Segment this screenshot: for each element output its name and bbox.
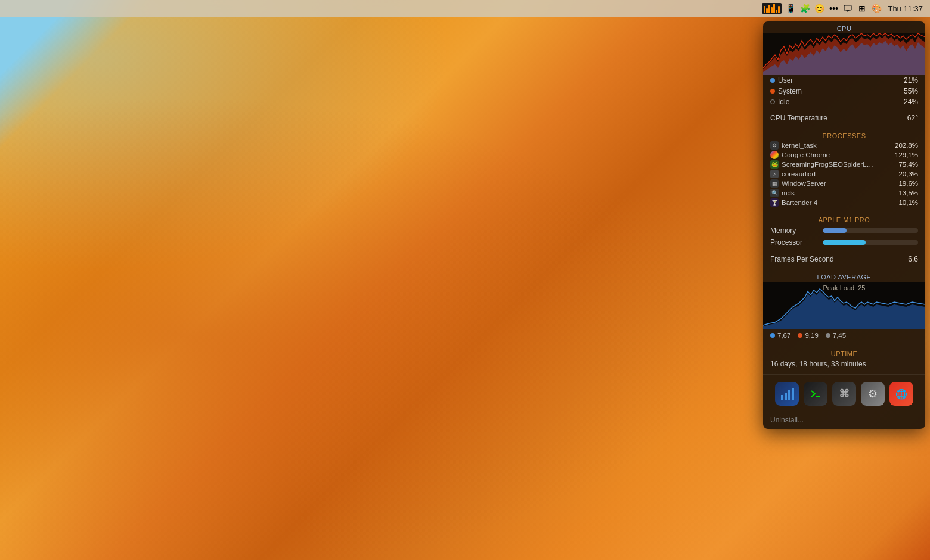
svg-rect-5 xyxy=(785,393,787,400)
temp-row: CPU Temperature 62° xyxy=(763,113,925,123)
audio-icon: ♪ xyxy=(770,170,779,178)
uninstall-row[interactable]: Uninstall... xyxy=(763,415,925,429)
cpu-bar-1 xyxy=(764,6,765,13)
svg-rect-4 xyxy=(781,395,783,400)
dots-icon[interactable]: ••• xyxy=(828,3,839,14)
process-row: 🍸 Bartender 4 10,1% xyxy=(763,198,925,207)
processor-label: Processor xyxy=(770,238,818,247)
idle-dot xyxy=(770,99,775,104)
menubar-items: 📱 🧩 😊 ••• ⊞ 🎨 Thu 11:37 xyxy=(762,3,925,14)
divider-4 xyxy=(763,251,925,251)
system-stat-row: System 55% xyxy=(763,86,925,97)
memory-bar-track xyxy=(823,228,918,233)
mds-pct: 13,5% xyxy=(898,189,918,197)
grid-icon[interactable]: ⊞ xyxy=(857,3,867,14)
prefs-app-icon[interactable]: ⚙ xyxy=(861,382,885,406)
idle-stat-row: Idle 24% xyxy=(763,97,925,107)
cpu-section-header: CPU xyxy=(763,21,925,33)
cpu-bar-6 xyxy=(776,10,777,13)
cpu-bar-5 xyxy=(773,4,775,13)
frog-pct: 75,4% xyxy=(898,161,918,168)
uptime-header: UPTIME xyxy=(763,347,925,359)
process-name-chrome: Google Chrome xyxy=(770,151,895,159)
load-val-3: 7,45 xyxy=(826,332,846,339)
load-legend: 7,67 9,19 7,45 xyxy=(763,329,925,341)
user-value: 21% xyxy=(904,76,918,85)
frog-icon: 🐸 xyxy=(770,160,779,169)
process-name-bartender: 🍸 Bartender 4 xyxy=(770,198,898,207)
window-pct: 19,6% xyxy=(898,180,918,187)
system-dot xyxy=(770,89,775,94)
load-dot-2 xyxy=(798,333,802,338)
process-row: ▦ WindowServer 19,6% xyxy=(763,179,925,188)
process-row: 🔍 mds 13,5% xyxy=(763,188,925,198)
window-icon: ▦ xyxy=(770,179,779,188)
temp-value: 62° xyxy=(907,114,918,122)
load-peak: Peak Load: 25 xyxy=(823,284,866,325)
airplay-icon[interactable] xyxy=(842,3,853,14)
user-label: User xyxy=(770,76,793,85)
istat-app-icon[interactable] xyxy=(775,382,799,406)
system-value: 55% xyxy=(904,87,918,95)
uptime-value: 16 days, 18 hours, 33 minutes xyxy=(763,359,925,372)
process-name-frog: 🐸 ScreamingFrogSEOSpiderLaunc... xyxy=(770,160,898,169)
apple-section-header: APPLE M1 PRO xyxy=(763,213,925,225)
menubar: 📱 🧩 😊 ••• ⊞ 🎨 Thu 11:37 xyxy=(0,0,930,17)
load-graph: Peak Load: 25 xyxy=(763,282,925,329)
bartender-pct: 10,1% xyxy=(898,199,918,206)
cmd-app-icon[interactable]: ⌘ xyxy=(832,382,856,406)
processes-header: PROCESSES xyxy=(763,129,925,141)
chrome-icon xyxy=(770,151,779,159)
load-section-header: LOAD AVERAGE xyxy=(763,270,925,282)
divider-8 xyxy=(763,412,925,412)
fps-value: 6,6 xyxy=(908,255,918,263)
process-name-mds: 🔍 mds xyxy=(770,189,898,197)
fps-label: Frames Per Second xyxy=(770,255,834,263)
browser-app-icon[interactable]: 🌐 xyxy=(889,382,913,406)
stats-panel: CPU User 21% System 55% Idle xyxy=(763,21,925,429)
divider-6 xyxy=(763,344,925,344)
fps-row: Frames Per Second 6,6 xyxy=(763,254,925,265)
process-row: ♪ coreaudiod 20,3% xyxy=(763,169,925,179)
divider-1 xyxy=(763,110,925,110)
svg-rect-6 xyxy=(788,390,790,400)
svg-rect-0 xyxy=(844,5,851,10)
cpu-menubar-indicator[interactable] xyxy=(762,3,782,14)
load-val-1: 7,67 xyxy=(770,332,790,339)
user-dot xyxy=(770,78,775,83)
processor-bar-track xyxy=(823,240,918,245)
cpu-bar-3 xyxy=(768,5,770,13)
divider-5 xyxy=(763,267,925,267)
idle-label: Idle xyxy=(770,98,789,106)
load-dot-1 xyxy=(770,333,775,338)
cpu-bar-7 xyxy=(778,6,780,13)
divider-3 xyxy=(763,210,925,210)
memory-label: Memory xyxy=(770,226,818,235)
kernel-icon: ⚙ xyxy=(770,141,779,150)
system-label: System xyxy=(770,87,802,95)
memory-bar-fill xyxy=(823,228,847,233)
svg-marker-1 xyxy=(846,10,850,12)
process-row: 🐸 ScreamingFrogSEOSpiderLaunc... 75,4% xyxy=(763,160,925,169)
svg-rect-7 xyxy=(792,388,794,400)
divider-2 xyxy=(763,126,925,126)
puzzle-icon[interactable]: 🧩 xyxy=(799,3,810,14)
phone-icon[interactable]: 📱 xyxy=(785,3,796,14)
chrome-pct: 129,1% xyxy=(895,151,918,158)
mds-icon: 🔍 xyxy=(770,189,779,197)
idle-value: 24% xyxy=(904,98,918,106)
colorwheel-icon[interactable]: 🎨 xyxy=(871,3,882,14)
clock: Thu 11:37 xyxy=(885,4,925,13)
processor-bar-row: Processor xyxy=(763,237,925,248)
process-row: Google Chrome 129,1% xyxy=(763,150,925,160)
face-icon[interactable]: 😊 xyxy=(814,3,824,14)
terminal-app-icon[interactable] xyxy=(804,382,827,406)
process-name-kernel: ⚙ kernel_task xyxy=(770,141,895,150)
process-name-window: ▦ WindowServer xyxy=(770,179,898,188)
divider-7 xyxy=(763,374,925,375)
cpu-bar-2 xyxy=(766,8,768,13)
audio-pct: 20,3% xyxy=(898,170,918,178)
app-icons-row: ⌘ ⚙ 🌐 xyxy=(763,377,925,409)
load-val-2: 9,19 xyxy=(798,332,818,339)
load-dot-3 xyxy=(826,333,830,338)
